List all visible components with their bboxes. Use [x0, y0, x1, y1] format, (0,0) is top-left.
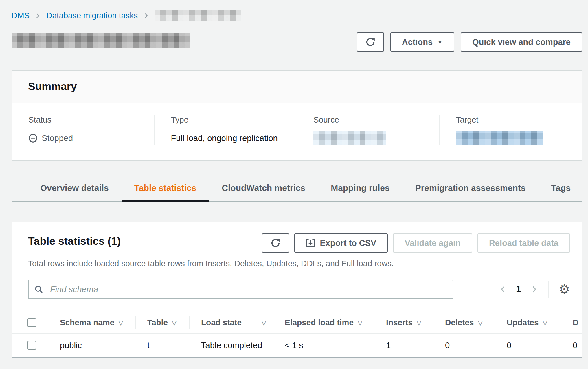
sort-icon[interactable]: ▽ — [543, 319, 547, 326]
column-label: Inserts — [386, 318, 413, 327]
reload-table-data-label: Reload table data — [489, 238, 558, 248]
download-icon — [306, 238, 315, 248]
previous-page-button[interactable] — [499, 285, 507, 294]
type-value: Full load, ongoing replication — [171, 131, 290, 145]
summary-target-column: Target — [439, 115, 582, 145]
source-label: Source — [313, 115, 432, 125]
tab-table-statistics[interactable]: Table statistics — [122, 177, 209, 201]
column-header-inserts[interactable]: Inserts ▽ — [374, 312, 433, 333]
column-header-table[interactable]: Table ▽ — [135, 312, 189, 333]
refresh-icon — [365, 37, 375, 47]
column-label: Load state — [201, 318, 242, 327]
chevron-right-icon — [530, 285, 539, 294]
pagination: 1 ⚙ — [499, 281, 570, 298]
select-all-checkbox[interactable] — [27, 318, 36, 327]
cell-table: t — [135, 334, 189, 357]
summary-body: Status Stopped Type Full load, ongoing r… — [12, 103, 582, 160]
breadcrumb-task-name-redacted — [155, 10, 241, 21]
column-label: Table — [147, 318, 168, 327]
page-header: Actions ▼ Quick view and compare — [12, 30, 582, 52]
status-label: Status — [28, 115, 147, 125]
type-text: Full load, ongoing replication — [171, 134, 278, 143]
table-statistics-title: Table statistics (1) — [28, 235, 121, 247]
sort-icon[interactable]: ▽ — [172, 319, 177, 326]
target-endpoint-link-redacted[interactable] — [456, 131, 543, 145]
column-header-elapsed-load-time[interactable]: Elapsed load time ▽ — [273, 312, 374, 333]
search-box — [28, 280, 453, 299]
table-controls-row: 1 ⚙ — [12, 268, 582, 299]
target-label: Target — [456, 115, 575, 125]
search-icon — [34, 285, 43, 294]
refresh-icon — [271, 238, 280, 248]
quick-view-label: Quick view and compare — [472, 37, 571, 47]
column-header-deletes[interactable]: Deletes ▽ — [433, 312, 495, 333]
column-header-updates[interactable]: Updates ▽ — [495, 312, 561, 333]
column-label: Elapsed load time — [285, 318, 354, 327]
status-text: Stopped — [42, 134, 73, 143]
settings-gear-icon[interactable]: ⚙ — [559, 283, 570, 296]
cell-elapsed-load-time: < 1 s — [273, 334, 374, 357]
cell-schema-name: public — [48, 334, 135, 357]
cell-updates: 0 — [495, 334, 561, 357]
actions-button[interactable]: Actions ▼ — [390, 32, 454, 52]
table-statistics-header: Table statistics (1) — [12, 222, 582, 253]
cell-load-state: Table completed — [189, 334, 273, 357]
tab-mapping-rules[interactable]: Mapping rules — [318, 177, 402, 201]
chevron-right-icon — [142, 12, 150, 19]
tab-overview-details[interactable]: Overview details — [27, 177, 122, 201]
tab-tags[interactable]: Tags — [538, 177, 583, 201]
status-value: Stopped — [28, 131, 147, 145]
table-statistics-description: Total rows include loaded source table r… — [12, 259, 582, 268]
pagination-divider — [548, 281, 549, 298]
summary-panel: Summary Status Stopped Type — [12, 70, 582, 161]
quick-view-compare-button[interactable]: Quick view and compare — [461, 32, 582, 52]
table-statistics-panel: Table statistics (1) — [12, 222, 582, 358]
type-label: Type — [171, 115, 290, 125]
breadcrumb: DMS Database migration tasks — [12, 10, 582, 21]
actions-button-label: Actions — [402, 37, 433, 47]
column-header-load-state[interactable]: Load state ▽ — [189, 312, 273, 333]
column-header-ddls-truncated[interactable]: D — [561, 312, 582, 333]
column-header-schema-name[interactable]: Schema name ▽ — [48, 312, 135, 333]
caret-down-icon: ▼ — [437, 39, 443, 45]
chevron-right-icon — [34, 12, 42, 19]
row-checkbox[interactable] — [27, 341, 36, 350]
table-row: public t Table completed < 1 s 1 0 0 0 — [12, 333, 582, 357]
table-statistics-table: Schema name ▽ Table ▽ Load state ▽ Elaps… — [12, 312, 582, 357]
header-select-all-cell — [12, 312, 48, 333]
sort-icon[interactable]: ▽ — [118, 319, 123, 326]
summary-source-column: Source — [297, 115, 439, 145]
table-statistics-actions: Export to CSV Validate again Reload tabl… — [262, 233, 570, 253]
cell-deletes: 0 — [433, 334, 495, 357]
page-title-redacted — [12, 33, 190, 48]
summary-panel-header: Summary — [12, 71, 582, 103]
chevron-left-icon — [499, 285, 507, 294]
next-page-button[interactable] — [530, 285, 539, 294]
table-header-row: Schema name ▽ Table ▽ Load state ▽ Elaps… — [12, 312, 582, 333]
export-csv-button[interactable]: Export to CSV — [294, 233, 388, 253]
summary-title: Summary — [28, 81, 566, 93]
tab-premigration-assessments[interactable]: Premigration assessments — [403, 177, 539, 201]
export-csv-label: Export to CSV — [320, 238, 376, 248]
table-refresh-button[interactable] — [262, 233, 289, 253]
summary-status-column: Status Stopped — [12, 115, 154, 145]
validate-again-button[interactable]: Validate again — [393, 233, 472, 253]
validate-again-label: Validate again — [405, 238, 460, 248]
column-label: D — [573, 318, 578, 327]
current-page-number[interactable]: 1 — [515, 284, 522, 295]
reload-table-data-button[interactable]: Reload table data — [477, 233, 570, 253]
refresh-button[interactable] — [357, 32, 384, 52]
breadcrumb-migration-tasks[interactable]: Database migration tasks — [46, 11, 138, 20]
column-label: Deletes — [445, 318, 474, 327]
sort-icon[interactable]: ▽ — [478, 319, 483, 326]
find-schema-input[interactable] — [28, 280, 453, 299]
breadcrumb-dms[interactable]: DMS — [12, 11, 30, 20]
source-endpoint-link-redacted[interactable] — [313, 131, 386, 145]
tab-cloudwatch-metrics[interactable]: CloudWatch metrics — [209, 177, 318, 201]
tab-bar: Overview details Table statistics CloudW… — [12, 177, 582, 202]
sort-icon[interactable]: ▽ — [417, 319, 421, 326]
dms-task-page: DMS Database migration tasks Actions — [0, 0, 588, 358]
sort-icon[interactable]: ▽ — [358, 319, 362, 326]
sort-icon[interactable]: ▽ — [262, 319, 266, 326]
row-select-cell — [12, 334, 48, 357]
